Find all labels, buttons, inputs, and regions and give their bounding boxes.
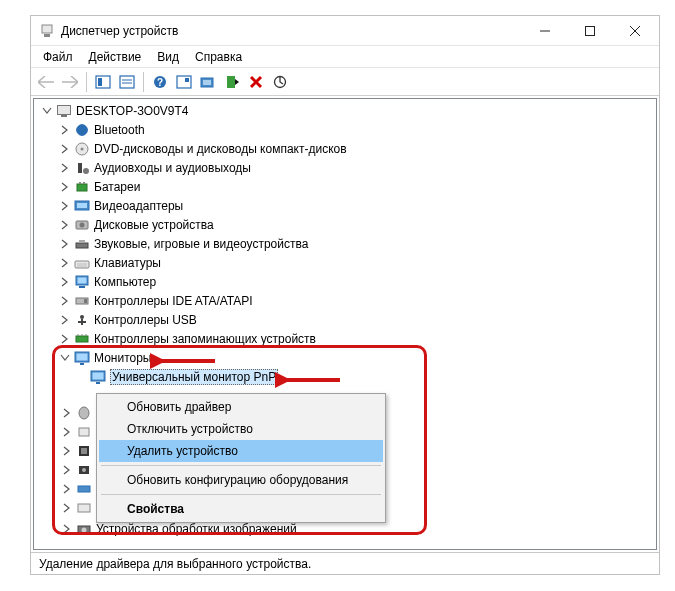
category-label: Клавиатуры xyxy=(94,256,161,270)
device-category-icon xyxy=(74,141,90,157)
svg-rect-41 xyxy=(79,286,85,288)
svg-rect-34 xyxy=(76,243,88,248)
svg-rect-43 xyxy=(84,299,87,303)
tree-category[interactable]: Аудиовходы и аудиовыходы xyxy=(34,158,656,177)
svg-rect-16 xyxy=(203,80,211,85)
svg-rect-35 xyxy=(79,240,85,243)
ctx-disable-device[interactable]: Отключить устройство xyxy=(99,418,383,440)
toolbar: ? xyxy=(31,68,659,96)
tree-category[interactable]: Дисковые устройства xyxy=(34,215,656,234)
expander-icon[interactable] xyxy=(58,237,72,251)
svg-rect-0 xyxy=(42,25,52,33)
expander-icon[interactable] xyxy=(58,123,72,137)
properties-button[interactable] xyxy=(116,71,138,93)
ctx-uninstall-device[interactable]: Удалить устройство xyxy=(99,440,383,462)
svg-point-33 xyxy=(80,222,85,227)
category-label: Bluetooth xyxy=(94,123,145,137)
device-category-icon xyxy=(74,236,90,252)
device-category-icon xyxy=(74,255,90,271)
category-label: Компьютер xyxy=(94,275,156,289)
svg-rect-27 xyxy=(77,184,87,191)
tree-category[interactable]: Звуковые, игровые и видеоустройства xyxy=(34,234,656,253)
svg-rect-29 xyxy=(83,182,85,184)
tree-category[interactable]: Контроллеры USB xyxy=(34,310,656,329)
close-button[interactable] xyxy=(612,17,657,45)
device-category-icon xyxy=(74,312,90,328)
menubar: Файл Действие Вид Справка xyxy=(31,46,659,68)
nav-back-button[interactable] xyxy=(35,71,57,93)
app-icon xyxy=(39,23,55,39)
expander-icon[interactable] xyxy=(58,218,72,232)
device-category-icon xyxy=(74,293,90,309)
device-category-icon xyxy=(74,160,90,176)
menu-file[interactable]: Файл xyxy=(35,48,81,66)
svg-rect-21 xyxy=(58,105,71,114)
svg-rect-8 xyxy=(120,76,134,88)
svg-point-24 xyxy=(81,147,84,150)
expander-icon[interactable] xyxy=(58,332,72,346)
tree-category[interactable]: Видеоадаптеры xyxy=(34,196,656,215)
tree-category[interactable]: Компьютер xyxy=(34,272,656,291)
menu-view[interactable]: Вид xyxy=(149,48,187,66)
svg-point-44 xyxy=(80,315,84,319)
maximize-button[interactable] xyxy=(567,17,612,45)
category-label: DVD-дисководы и дисководы компакт-дисков xyxy=(94,142,347,156)
svg-rect-7 xyxy=(98,78,102,86)
expander-icon[interactable] xyxy=(58,256,72,270)
tree-category[interactable]: DVD-дисководы и дисководы компакт-дисков xyxy=(34,139,656,158)
tree-category[interactable]: Батареи xyxy=(34,177,656,196)
device-category-icon xyxy=(74,179,90,195)
root-label: DESKTOP-3O0V9T4 xyxy=(76,104,189,118)
expander-icon[interactable] xyxy=(58,161,72,175)
svg-rect-1 xyxy=(44,34,50,37)
expander-icon[interactable] xyxy=(58,275,72,289)
help-button[interactable]: ? xyxy=(149,71,171,93)
category-label: Видеоадаптеры xyxy=(94,199,183,213)
category-label: Звуковые, игровые и видеоустройства xyxy=(94,237,308,251)
svg-rect-3 xyxy=(585,26,594,35)
tree-category[interactable]: Bluetooth xyxy=(34,120,656,139)
ctx-scan-hardware[interactable]: Обновить конфигурацию оборудования xyxy=(99,469,383,491)
ctx-properties[interactable]: Свойства xyxy=(99,498,383,520)
nav-forward-button[interactable] xyxy=(59,71,81,93)
svg-point-26 xyxy=(83,168,89,174)
tree-category[interactable]: Клавиатуры xyxy=(34,253,656,272)
menu-action[interactable]: Действие xyxy=(81,48,150,66)
expander-icon[interactable] xyxy=(58,180,72,194)
ctx-separator xyxy=(101,494,381,495)
device-category-icon xyxy=(74,122,90,138)
category-label: Дисковые устройства xyxy=(94,218,214,232)
svg-rect-47 xyxy=(76,336,88,342)
category-label: Батареи xyxy=(94,180,140,194)
minimize-button[interactable] xyxy=(522,17,567,45)
scan-hardware-button[interactable] xyxy=(173,71,195,93)
update-driver-button[interactable] xyxy=(197,71,219,93)
uninstall-device-button[interactable] xyxy=(245,71,267,93)
enable-device-button[interactable] xyxy=(221,71,243,93)
category-label: Аудиовходы и аудиовыходы xyxy=(94,161,251,175)
expander-icon[interactable] xyxy=(58,294,72,308)
svg-rect-31 xyxy=(77,203,87,208)
ctx-separator xyxy=(101,465,381,466)
tree-category[interactable]: Контроллеры IDE ATA/ATAPI xyxy=(34,291,656,310)
status-text: Удаление драйвера для выбранного устройс… xyxy=(39,557,311,571)
statusbar: Удаление драйвера для выбранного устройс… xyxy=(31,552,659,574)
expander-icon[interactable] xyxy=(40,104,54,118)
expander-icon[interactable] xyxy=(58,199,72,213)
refresh-button[interactable] xyxy=(269,71,291,93)
device-category-icon xyxy=(74,217,90,233)
category-label: Контроллеры запоминающих устройств xyxy=(94,332,316,346)
svg-rect-40 xyxy=(78,277,87,283)
svg-rect-17 xyxy=(227,76,235,88)
menu-help[interactable]: Справка xyxy=(187,48,250,66)
device-category-icon xyxy=(74,274,90,290)
context-menu: Обновить драйвер Отключить устройство Уд… xyxy=(96,393,386,523)
expander-icon[interactable] xyxy=(58,313,72,327)
ctx-update-driver[interactable]: Обновить драйвер xyxy=(99,396,383,418)
expander-icon[interactable] xyxy=(58,142,72,156)
show-hidden-button[interactable] xyxy=(92,71,114,93)
tree-root[interactable]: DESKTOP-3O0V9T4 xyxy=(34,101,656,120)
toolbar-separator xyxy=(143,72,144,92)
svg-rect-28 xyxy=(79,182,81,184)
window-title: Диспетчер устройств xyxy=(61,24,522,38)
